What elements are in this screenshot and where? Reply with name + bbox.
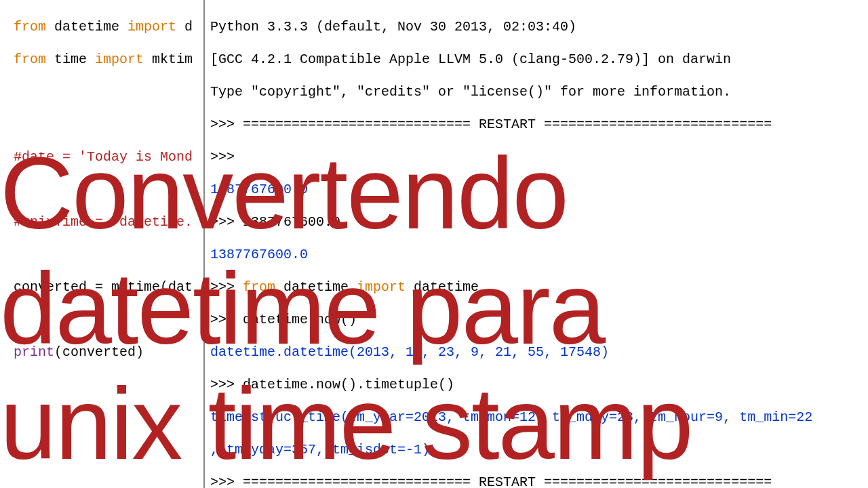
kw-print: print [14,344,54,360]
comment-line: #unixTime = datetime. [14,214,203,230]
python-shell-pane[interactable]: Python 3.3.3 (default, Nov 30 2013, 02:0… [203,0,868,488]
kw-from: from [14,19,46,35]
code-line: converted = mktime(dat [14,279,203,296]
shell-restart: >>> ============================ RESTART… [210,117,868,133]
code-text: time [46,52,95,67]
shell-restart: >>> ============================ RESTART… [210,474,868,488]
code-text: datetime [275,279,357,295]
shell-echo: >>> 1387767600.0 [210,214,868,230]
code-text: mktim [144,52,193,67]
kw-import: import [357,279,406,295]
shell-call: >>> datetime.now().timetuple() [210,377,868,393]
shell-banner: Python 3.3.3 (default, Nov 30 2013, 02:0… [210,19,868,35]
shell-prompt: >>> [210,149,868,165]
code-text: datetime [406,279,479,295]
kw-from: from [243,279,275,295]
shell-banner: Type "copyright", "credits" or "license(… [210,84,868,100]
shell-output: time.struct_time(tm_year=2013, tm_mon=12… [210,409,868,426]
code-text: d [176,19,193,35]
code-text: datetime [46,19,127,35]
shell-output: 1387767600.0 [210,182,868,198]
shell-output: 1387767600.0 [210,247,868,263]
comment-line: #date = 'Today is Mond [14,149,203,165]
shell-prompt: >>> [210,279,243,295]
shell-output: , tm_yday=357, tm_isdst=-1) [210,442,868,458]
kw-from: from [14,52,46,67]
kw-import: import [127,19,176,35]
shell-output: datetime.datetime(2013, 12, 23, 9, 21, 5… [210,344,868,361]
code-editor-pane[interactable]: from datetime import d from time import … [0,0,203,488]
code-text: (converted) [54,344,144,360]
shell-call: >>> datetime.now() [210,312,868,328]
kw-import: import [95,52,144,67]
shell-banner: [GCC 4.2.1 Compatible Apple LLVM 5.0 (cl… [210,52,868,68]
